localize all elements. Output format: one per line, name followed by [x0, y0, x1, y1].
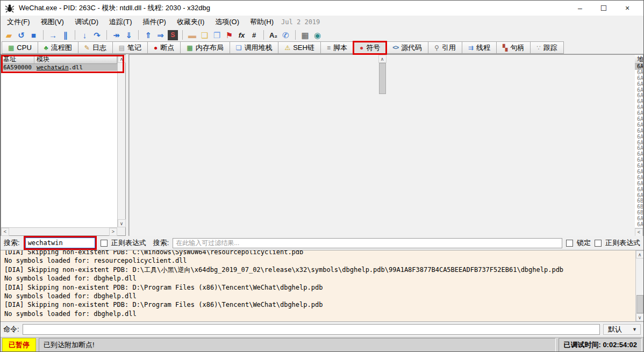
symbol-row[interactable]: 6AE533F0 导出 10 ?GetCustomFiltFunc@TXBugR… [635, 117, 643, 123]
functions-button[interactable]: fx [235, 30, 248, 41]
scroll-down-arrow[interactable]: ∨ [118, 219, 126, 227]
pause-button[interactable]: ∥ [59, 30, 71, 41]
restart-button[interactable]: ↺ [15, 30, 27, 41]
symbol-row[interactable]: 6AE55020 导出 23 ?ValidateBugReport@TXBugR… [635, 193, 643, 199]
patch-button[interactable]: ▬ [186, 30, 198, 41]
scylla-button[interactable]: S [168, 30, 178, 40]
tab-cpu[interactable]: ▦ CPU [2, 41, 38, 54]
tab-seh[interactable]: ⚠ SEH链 [278, 41, 320, 54]
symbol-row[interactable]: 6AE551E0 导出 14 ?RecordCallStackIfNeed@TX… [635, 140, 643, 146]
tab-breakpoints[interactable]: ● 断点 [147, 41, 180, 54]
symbol-row[interactable]: 6AE54330 导出 22 ?UninitBugReport@TXBugRep… [635, 187, 643, 193]
run-to-user-code-button[interactable]: ⇓ [123, 30, 135, 41]
attach-button[interactable]: ⇒ [154, 30, 167, 41]
lock-checkbox[interactable] [566, 240, 573, 247]
symbols-vscrollbar[interactable]: ∧ ∨ [129, 55, 635, 245]
labels-button[interactable]: ❐ [211, 30, 223, 41]
tab-handles[interactable]: ▚ 句柄 [496, 41, 530, 54]
maximize-button[interactable]: ☐ [592, 1, 616, 15]
modules-header-base[interactable]: 基址 [1, 55, 34, 63]
menu-favourites[interactable]: 收藏夹(I) [171, 16, 210, 28]
command-input[interactable] [23, 324, 600, 335]
module-row[interactable]: 6A590000 wechatwin.dll [1, 64, 117, 71]
menu-view[interactable]: 视图(V) [35, 16, 69, 28]
hash-button[interactable]: # [248, 30, 260, 41]
strings-button[interactable]: A₂ [267, 30, 280, 41]
symbol-row[interactable]: 6AE53C00 导出 4 ?AddExtraMem@TXBugReport@@… [635, 82, 643, 88]
symbol-row[interactable]: 6A644540 导出 2 ??_FIMVQQEngine@@QAEXXZ pu… [635, 70, 643, 76]
tab-references[interactable]: ⚲ 引用 [428, 41, 462, 54]
regex-checkbox[interactable] [101, 240, 108, 247]
scroll-up-arrow[interactable]: ∧ [118, 55, 126, 63]
close-debuggee-button[interactable]: ■ [27, 30, 40, 41]
symbol-row[interactable]: 6AE54F20 导出 7 ?DoBugReport@TXBugReport@@… [635, 99, 643, 105]
tab-script[interactable]: ≡ 脚本 [320, 41, 353, 54]
preferences-button[interactable]: ◉ [311, 30, 324, 41]
log-vscrollbar[interactable]: ∧ ∨ [635, 250, 643, 321]
symbol-row[interactable]: 6AE53CF0 导出 12 ?InitBugReportEx@TXBugRep… [635, 128, 643, 134]
scroll-left-arrow[interactable]: < [635, 228, 643, 236]
symbol-row[interactable]: 6AE53A10 导出 21 ?SetLogFileMd5Dir@TXBugRe… [635, 181, 643, 187]
regex-checkbox-right[interactable] [595, 240, 602, 247]
scroll-up-arrow[interactable]: ∧ [636, 250, 644, 258]
symbol-row[interactable]: 6AE55170 导出 13 ?RaiseSelfFatalException@… [635, 134, 643, 140]
step-over-button[interactable]: ↷ [91, 30, 103, 41]
tab-source[interactable]: <> 源代码 [386, 41, 428, 54]
symbol-row[interactable]: 6AA3F240 导出 28 _TlsGetData@12 [635, 222, 643, 228]
symbol-row[interactable]: 6B062F90 导出 26 SignWith3Des [635, 210, 643, 216]
tab-log[interactable]: ✎ 日志 [78, 41, 112, 54]
symbol-row[interactable]: 6AE533E0 导出 18 ?SetCustomFiltFunc@TXBugR… [635, 163, 643, 169]
symbol-row[interactable]: 6AE53620 导出 16 ?SetBugReportPath@TXBugRe… [635, 152, 643, 157]
symbols-hscrollbar[interactable]: < > [635, 228, 643, 236]
vscroll-thumb[interactable] [636, 295, 643, 313]
symbol-row[interactable]: 6AE550B0 导出 17 ?SetBugReportUin@TXBugRep… [635, 157, 643, 163]
execute-till-return-button[interactable]: ↠ [110, 30, 123, 41]
symbol-row[interactable]: 6AE53870 导出 8 ?GetBugReportFlag@TXBugRep… [635, 105, 643, 111]
step-into-button[interactable]: ↓ [78, 30, 91, 41]
symbols-header-address[interactable]: 地址 [635, 55, 643, 63]
calculator-button[interactable]: ▦ [299, 30, 311, 41]
module-search-input[interactable] [25, 238, 95, 248]
call-dll-button[interactable]: ✆ [280, 30, 292, 41]
symbol-row[interactable]: 6AE53C10 导出 5 ?AddIgnoreHookCheckModule@… [635, 88, 643, 94]
menu-file[interactable]: 文件(F) [2, 16, 35, 28]
open-file-button[interactable]: ▰ [3, 30, 15, 41]
scroll-down-arrow[interactable]: ∨ [636, 313, 644, 321]
symbol-row[interactable]: 6AE537B0 导出 20 ?SetExtRptFilePath@TXBugR… [635, 175, 643, 181]
modules-hscrollbar[interactable]: < > [1, 227, 117, 235]
menu-debug[interactable]: 调试(D) [69, 16, 104, 28]
tab-graph[interactable]: ♣ 流程图 [38, 41, 78, 54]
symbol-row[interactable]: 6AE53B00 导出 3 ?AddExtraMem@TXBugReport@@… [635, 76, 643, 82]
step-out-button[interactable]: ⇑ [142, 30, 154, 41]
tab-notes[interactable]: ▤ 笔记 [112, 41, 147, 54]
scroll-left-arrow[interactable]: < [1, 228, 9, 236]
symbol-row[interactable]: 6A644530 导出 1 ??4IMVQQEngine@@QAEAAV0@AB… [635, 64, 643, 70]
tab-trace[interactable]: ∵ 跟踪 [530, 41, 564, 54]
scroll-right-arrow[interactable]: > [109, 228, 117, 236]
filter-input[interactable] [173, 238, 562, 248]
minimize-button[interactable]: – [568, 1, 592, 15]
symbol-row[interactable]: 6AE542A0 导出 11 ?InitBugReport@TXBugRepor… [635, 123, 643, 128]
comments-button[interactable]: ❏ [198, 30, 211, 41]
menu-help[interactable]: 帮助(H) [245, 16, 279, 28]
modules-header-module[interactable]: 模块 [34, 55, 117, 63]
run-button[interactable]: → [47, 30, 59, 41]
scroll-up-arrow[interactable]: ∧ [378, 55, 387, 63]
menu-trace[interactable]: 追踪(T) [104, 16, 138, 28]
menu-options[interactable]: 选项(O) [210, 16, 245, 28]
tab-threads[interactable]: ⇉ 线程 [462, 41, 496, 54]
symbol-row[interactable]: 6AD224F0 导出 27 StartWachat [635, 216, 643, 222]
symbol-row[interactable]: 6B92259C 导出 25 ?pfPreBugReport@TXBugRepo… [635, 204, 643, 210]
symbol-row[interactable]: 6B9225A0 导出 24 ?pfPostBugReport@TXBugRep… [635, 198, 643, 204]
symbol-row[interactable]: 6AE551A0 导出 6 ?AddReleaseMonitorPoint@TX… [635, 93, 643, 99]
close-button[interactable]: × [616, 1, 639, 15]
tab-call-stack[interactable]: ❏ 调用堆栈 [230, 41, 278, 54]
tab-memory-map[interactable]: ▦ 内存布局 [180, 41, 229, 54]
tab-symbols[interactable]: ● 符号 [353, 41, 386, 54]
symbol-row[interactable]: 6AE53AF0 导出 9 ?GetBugReportInfo@TXBugRep… [635, 111, 643, 117]
modules-vscrollbar[interactable]: ∧ ∨ [117, 55, 125, 227]
menu-plugins[interactable]: 插件(P) [138, 16, 171, 28]
bookmarks-button[interactable]: ⚑ [223, 30, 235, 41]
profile-dropdown[interactable]: 默认 ▼ [603, 324, 641, 335]
symbol-row[interactable]: 6AE53850 导出 15 ?SetBugReportFlag@TXBugRe… [635, 146, 643, 152]
